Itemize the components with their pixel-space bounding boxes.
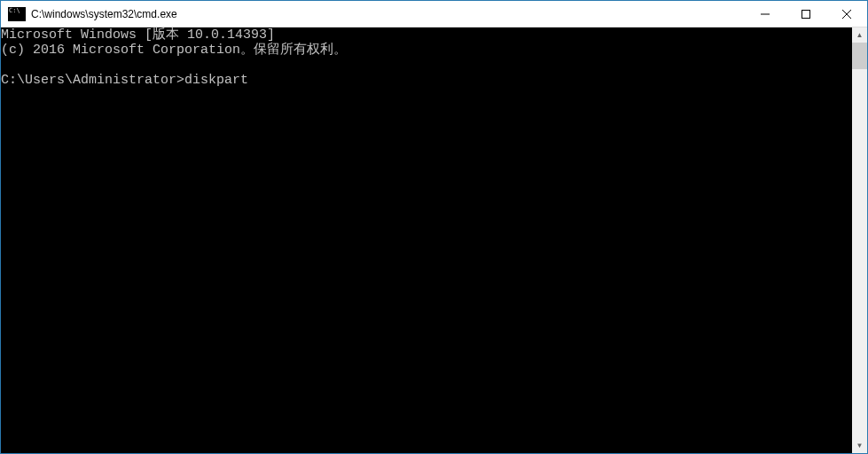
terminal-line: (c) 2016 Microsoft Corporation。保留所有权利。 — [1, 43, 347, 58]
content-area: Microsoft Windows [版本 10.0.14393] (c) 20… — [1, 27, 867, 453]
cmd-window: C:\windows\system32\cmd.exe Microsoft Wi — [0, 0, 868, 454]
terminal-line: Microsoft Windows [版本 10.0.14393] — [1, 27, 275, 43]
window-title: C:\windows\system32\cmd.exe — [31, 8, 745, 20]
minimize-button[interactable] — [745, 1, 786, 27]
scroll-thumb[interactable] — [852, 43, 867, 69]
scroll-track[interactable] — [852, 43, 867, 438]
close-button[interactable] — [826, 1, 867, 27]
chevron-up-icon: ▲ — [856, 31, 864, 39]
svg-rect-1 — [802, 10, 810, 18]
chevron-down-icon: ▼ — [856, 442, 864, 450]
vertical-scrollbar[interactable]: ▲ ▼ — [852, 27, 867, 453]
minimize-icon — [761, 10, 770, 19]
maximize-icon — [802, 10, 810, 19]
maximize-button[interactable] — [786, 1, 826, 27]
close-icon — [842, 10, 851, 19]
cmd-icon — [8, 7, 26, 21]
terminal-prompt: C:\Users\Administrator> — [1, 73, 184, 88]
titlebar[interactable]: C:\windows\system32\cmd.exe — [1, 1, 867, 27]
scroll-up-button[interactable]: ▲ — [852, 27, 867, 43]
window-controls — [745, 1, 867, 27]
terminal-command: diskpart — [184, 73, 248, 88]
terminal-output[interactable]: Microsoft Windows [版本 10.0.14393] (c) 20… — [1, 27, 852, 453]
scroll-down-button[interactable]: ▼ — [852, 438, 867, 453]
